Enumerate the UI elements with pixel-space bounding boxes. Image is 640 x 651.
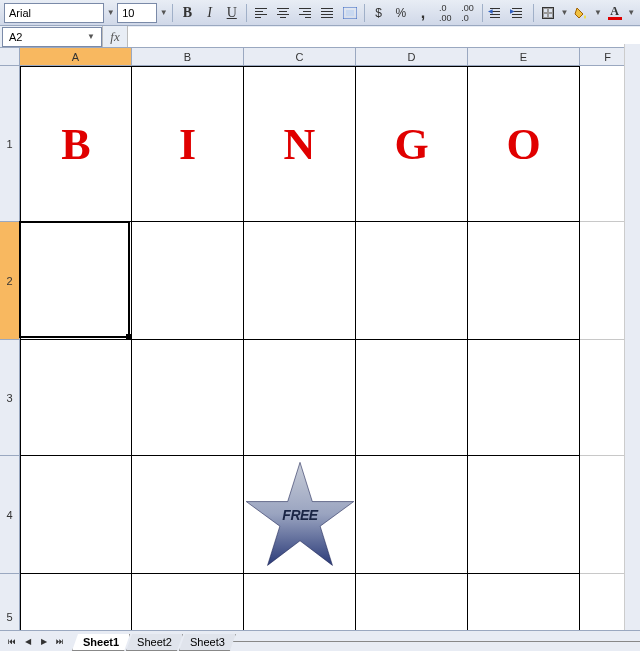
cell-E3[interactable] <box>468 340 580 456</box>
fx-button[interactable]: fx <box>102 26 128 47</box>
sheet-tab-sheet2[interactable]: Sheet2 <box>126 634 183 651</box>
cell-A5[interactable] <box>20 574 132 630</box>
cell-B1[interactable]: I <box>132 66 244 222</box>
align-left-button[interactable] <box>251 2 271 24</box>
align-justify-button[interactable] <box>317 2 337 24</box>
cell-reference: A2 <box>9 31 22 43</box>
col-header-D[interactable]: D <box>356 48 468 66</box>
merge-cells-button[interactable] <box>340 2 360 24</box>
row-header-4[interactable]: 4 <box>0 456 20 574</box>
row-header-1[interactable]: 1 <box>0 66 20 222</box>
svg-rect-1 <box>346 10 354 16</box>
cell-A1[interactable]: B <box>20 66 132 222</box>
cell-E2[interactable] <box>468 222 580 340</box>
cell-C2[interactable] <box>244 222 356 340</box>
increase-indent-button[interactable] <box>509 2 529 24</box>
row-header-5[interactable]: 5 <box>0 574 20 630</box>
free-star-shape[interactable]: FREE <box>244 455 356 575</box>
formula-bar: A2 ▼ fx <box>0 26 640 48</box>
currency-button[interactable]: $ <box>369 2 389 24</box>
free-label: FREE <box>282 507 317 523</box>
tab-nav-next[interactable]: ▶ <box>36 633 52 649</box>
cell-D5[interactable] <box>356 574 468 630</box>
col-header-C[interactable]: C <box>244 48 356 66</box>
vertical-scrollbar[interactable] <box>624 44 640 630</box>
cell-C1[interactable]: N <box>244 66 356 222</box>
cell-A2[interactable] <box>20 222 132 340</box>
cell-E5[interactable] <box>468 574 580 630</box>
align-center-button[interactable] <box>273 2 293 24</box>
cell-B3[interactable] <box>132 340 244 456</box>
underline-button[interactable]: U <box>222 2 242 24</box>
font-color-dropdown[interactable]: ▼ <box>627 2 636 24</box>
font-name-dropdown[interactable]: ▼ <box>106 2 115 24</box>
select-all-corner[interactable] <box>0 48 20 66</box>
spreadsheet-grid: ABCDEF 12345 BINGO FREE <box>0 48 640 630</box>
col-header-E[interactable]: E <box>468 48 580 66</box>
cell-D3[interactable] <box>356 340 468 456</box>
cell-B5[interactable] <box>132 574 244 630</box>
sheet-tab-sheet3[interactable]: Sheet3 <box>179 634 236 651</box>
formula-input[interactable] <box>128 27 640 47</box>
cell-E1[interactable]: O <box>468 66 580 222</box>
font-size-select[interactable] <box>117 3 157 23</box>
comma-style-button[interactable]: , <box>413 2 433 24</box>
row-header-2[interactable]: 2 <box>0 222 20 340</box>
font-name-select[interactable] <box>4 3 104 23</box>
sheet-tab-bar: ⏮ ◀ ▶ ⏭ Sheet1Sheet2Sheet3 <box>0 630 640 651</box>
font-color-button[interactable]: A <box>604 2 624 24</box>
row-headers: 12345 <box>0 66 20 630</box>
align-right-button[interactable] <box>295 2 315 24</box>
sheet-tab-sheet1[interactable]: Sheet1 <box>72 634 130 651</box>
borders-button[interactable] <box>538 2 558 24</box>
italic-button[interactable]: I <box>199 2 219 24</box>
cell-D1[interactable]: G <box>356 66 468 222</box>
cell-C3[interactable] <box>244 340 356 456</box>
cell-C5[interactable] <box>244 574 356 630</box>
percent-button[interactable]: % <box>391 2 411 24</box>
row-header-3[interactable]: 3 <box>0 340 20 456</box>
name-box-dropdown-icon[interactable]: ▼ <box>87 32 95 41</box>
name-box[interactable]: A2 ▼ <box>2 27 102 47</box>
formatting-toolbar: ▼ ▼ B I U $ % , .0.00 .00.0 ▼ ▼ A ▼ <box>0 0 640 26</box>
tab-nav-first[interactable]: ⏮ <box>4 633 20 649</box>
col-header-A[interactable]: A <box>20 48 132 66</box>
cell-D2[interactable] <box>356 222 468 340</box>
cell-A3[interactable] <box>20 340 132 456</box>
borders-dropdown[interactable]: ▼ <box>560 2 569 24</box>
decrease-indent-button[interactable] <box>486 2 506 24</box>
sheet-tabs: Sheet1Sheet2Sheet3 <box>72 631 232 651</box>
fill-color-dropdown[interactable]: ▼ <box>593 2 602 24</box>
cell-B4[interactable] <box>132 456 244 574</box>
bold-button[interactable]: B <box>177 2 197 24</box>
cell-E4[interactable] <box>468 456 580 574</box>
tab-nav-last[interactable]: ⏭ <box>52 633 68 649</box>
cell-D4[interactable] <box>356 456 468 574</box>
column-headers: ABCDEF <box>20 48 636 66</box>
cell-B2[interactable] <box>132 222 244 340</box>
tab-nav-prev[interactable]: ◀ <box>20 633 36 649</box>
font-size-dropdown[interactable]: ▼ <box>159 2 168 24</box>
cell-A4[interactable] <box>20 456 132 574</box>
increase-decimal-button[interactable]: .0.00 <box>435 2 455 24</box>
col-header-B[interactable]: B <box>132 48 244 66</box>
decrease-decimal-button[interactable]: .00.0 <box>457 2 477 24</box>
fill-color-button[interactable] <box>571 2 591 24</box>
